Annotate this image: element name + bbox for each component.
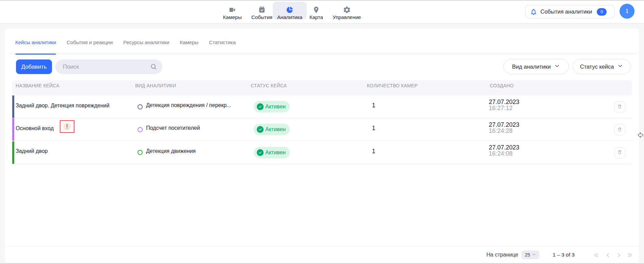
per-page-label: На странице: [486, 250, 518, 259]
created-time: 16:27:12: [489, 105, 519, 111]
nav-item-events[interactable]: События: [247, 2, 277, 19]
nav-item-camera[interactable]: Камеры: [219, 2, 246, 19]
nav-item-label: Аналитика: [277, 14, 302, 20]
case-name: Задний двор. Детекция повреждений: [16, 95, 109, 118]
case-name: Основной вход: [16, 118, 54, 141]
table-row[interactable]: Задний дворДетекция движенияАктивен127.0…: [12, 141, 632, 164]
analytics-type-cell: Подсчет посетителей: [138, 118, 200, 141]
add-button[interactable]: Добавить: [16, 59, 52, 74]
analytics-type-label: Детекция движения: [146, 148, 196, 154]
tab-4[interactable]: Камеры: [180, 39, 198, 54]
case-status-cell: Активен: [254, 141, 290, 164]
gear-icon: [343, 6, 351, 14]
row-accent-bar: [12, 95, 14, 118]
column-header-3: СТАТУС КЕЙСА: [251, 83, 287, 88]
search-icon: [150, 63, 157, 70]
analytics-icon: [286, 6, 294, 14]
status-check-icon: [257, 149, 264, 156]
prev-page-button[interactable]: [604, 251, 612, 259]
per-page-select[interactable]: 25: [521, 250, 539, 259]
top-navigation-bar: КамерыСобытияАналитикаКартаУправление Со…: [0, 0, 644, 24]
case-status-filter-label: Статус кейса: [580, 64, 614, 70]
analytics-type-filter[interactable]: Вид аналитики: [503, 59, 569, 74]
nav-item-gear[interactable]: Управление: [328, 2, 365, 19]
created-cell: 27.07.202316:24:28: [489, 118, 519, 141]
analytics-type-icon: [138, 104, 143, 109]
analytics-type-label: Подсчет посетителей: [146, 125, 200, 131]
analytics-events-label: События аналитики: [540, 8, 592, 15]
chevron-down-icon: [617, 63, 623, 70]
per-page-value: 25: [525, 252, 530, 258]
created-time: 16:24:28: [489, 128, 519, 134]
column-header-1: НАЗВАНИЕ КЕЙСА: [16, 83, 59, 88]
created-date: 27.07.2023: [489, 99, 519, 105]
search-field[interactable]: [55, 59, 162, 74]
camera-icon: [228, 6, 236, 14]
tab-1[interactable]: Кейсы аналитики: [15, 39, 56, 54]
content-card: Кейсы аналитикиСобытия и реакцииРесурсы …: [5, 29, 639, 263]
nav-item-label: Управление: [333, 14, 361, 20]
tabs-divider: [10, 54, 637, 54]
nav-item-label: Карта: [309, 14, 323, 20]
column-header-4: КОЛИЧЕСТВО КАМЕР: [367, 83, 418, 88]
analytics-page: КамерыСобытияАналитикаКартаУправление Со…: [0, 0, 644, 264]
chevron-down-icon: [554, 63, 560, 70]
row-accent-bar: [12, 118, 14, 141]
created-time: 16:24:08: [489, 151, 519, 157]
table-row[interactable]: Задний двор. Детекция поврежденийДетекци…: [12, 95, 632, 118]
bell-icon: [530, 8, 537, 16]
trash-icon: [617, 127, 622, 133]
warning-box: !: [60, 120, 74, 133]
camera-count: 1: [372, 141, 375, 164]
warning-icon: !: [63, 123, 71, 130]
case-name: Задний двор: [16, 141, 48, 164]
chevron-down-icon: [532, 252, 536, 258]
footer-divider: [5, 246, 639, 246]
column-header-5: СОЗДАНО: [490, 83, 514, 88]
trash-icon: [617, 149, 622, 156]
last-page-button[interactable]: [626, 251, 633, 259]
nav-item-map[interactable]: Карта: [305, 2, 327, 19]
analytics-type-cell: Детекция движения: [138, 141, 196, 164]
status-check-icon: [257, 103, 264, 110]
created-cell: 27.07.202316:27:12: [489, 95, 519, 118]
delete-button[interactable]: [614, 124, 625, 135]
case-status-cell: Активен: [254, 95, 290, 118]
status-check-icon: [257, 126, 264, 133]
tab-2[interactable]: События и реакции: [67, 39, 113, 54]
tab-3[interactable]: Ресурсы аналитики: [123, 39, 169, 54]
analytics-type-cell: Детекция повреждения / перекр...: [138, 95, 231, 118]
tab-bar: Кейсы аналитикиСобытия и реакцииРесурсы …: [15, 39, 236, 54]
window-frame-top: [0, 0, 644, 0]
table-row[interactable]: Основной вход!Подсчет посетителейАктивен…: [12, 118, 632, 141]
delete-button[interactable]: [614, 147, 625, 158]
case-status-cell: Активен: [254, 118, 290, 141]
events-icon: [258, 6, 266, 14]
analytics-events-button[interactable]: События аналитики 0: [525, 5, 615, 18]
created-date: 27.07.2023: [489, 144, 519, 151]
pagination-range: 1 – 3 of 3: [553, 250, 575, 259]
analytics-type-icon: [138, 127, 143, 132]
delete-button[interactable]: [614, 101, 625, 112]
next-page-button[interactable]: [615, 251, 623, 259]
column-header-2: ВИД АНАЛИТИКИ: [135, 83, 176, 88]
user-avatar[interactable]: 1: [620, 4, 634, 19]
case-status-filter[interactable]: Статус кейса: [573, 59, 631, 74]
created-date: 27.07.2023: [489, 122, 519, 128]
analytics-type-label: Детекция повреждения / перекр...: [146, 102, 231, 108]
status-badge: Активен: [254, 101, 290, 112]
first-page-button[interactable]: [593, 251, 600, 259]
events-count-badge: 0: [597, 8, 607, 16]
nav-item-label: Камеры: [223, 14, 242, 20]
created-cell: 27.07.202316:24:08: [489, 141, 519, 164]
trash-icon: [617, 104, 622, 110]
search-input[interactable]: [63, 64, 144, 70]
nav-item-analytics[interactable]: Аналитика: [273, 2, 307, 19]
nav-item-label: События: [251, 14, 272, 20]
map-icon: [312, 6, 320, 14]
camera-count: 1: [372, 118, 375, 141]
analytics-type-icon: [138, 150, 143, 155]
tab-5[interactable]: Статистика: [209, 39, 236, 54]
analytics-type-filter-label: Вид аналитики: [512, 64, 551, 70]
status-badge: Активен: [254, 147, 290, 158]
